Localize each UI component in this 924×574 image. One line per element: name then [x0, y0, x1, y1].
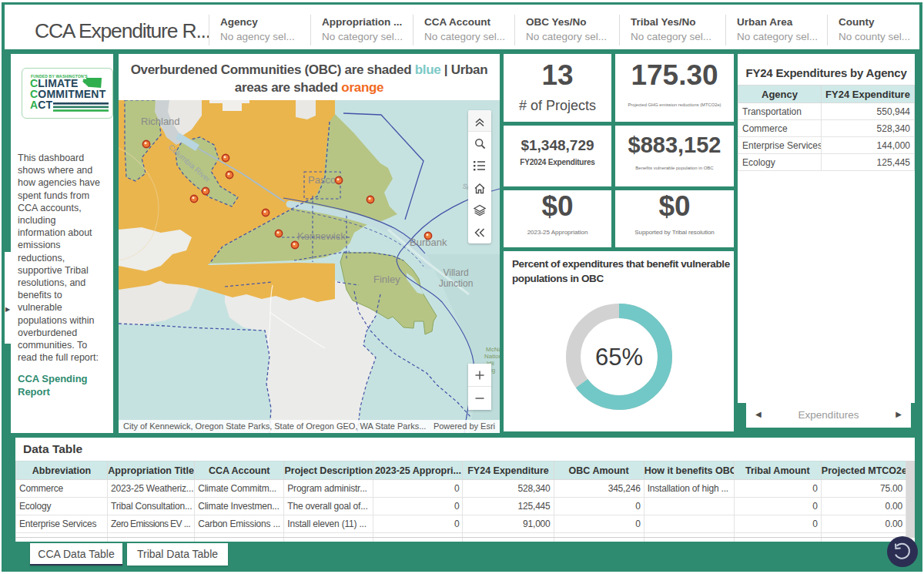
- svg-text:Nation: Nation: [484, 353, 500, 360]
- svg-text:Finley: Finley: [373, 274, 400, 285]
- svg-text:Richland: Richland: [141, 116, 180, 127]
- svg-text:Villard: Villard: [443, 267, 468, 278]
- svg-text:65%: 65%: [595, 344, 643, 371]
- svg-text:Kennewick: Kennewick: [297, 230, 346, 242]
- svg-text:Junction: Junction: [439, 278, 474, 289]
- svg-text:Pasco: Pasco: [308, 174, 336, 186]
- svg-text:McNa: McNa: [486, 346, 500, 353]
